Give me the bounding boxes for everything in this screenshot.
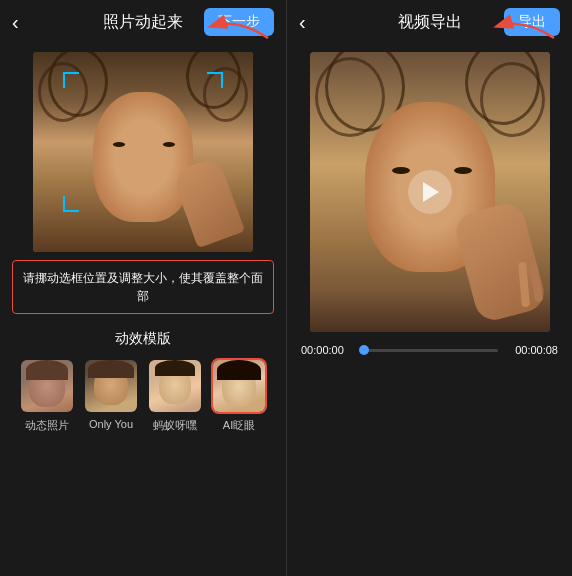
right-panel: ‹ 视频导出 导出 — [286, 0, 572, 576]
template-item-aiblink[interactable]: AI眨眼 — [211, 358, 267, 433]
corner-top-right — [207, 72, 223, 88]
template-section-title: 动效模版 — [8, 330, 278, 348]
template-list: 动态照片 Only You 蚂蚁呀嘿 — [8, 358, 278, 433]
template-label-mayi: 蚂蚁呀嘿 — [153, 418, 197, 433]
template-thumb-onlyyou — [83, 358, 139, 414]
instruction-box: 请挪动选框位置及调整大小，使其覆盖整个面部 — [12, 260, 274, 314]
face-selection-box — [63, 72, 223, 212]
time-end: 00:00:08 — [506, 344, 558, 356]
export-button[interactable]: 导出 — [504, 8, 560, 36]
right-title: 视频导出 — [398, 12, 462, 33]
next-step-button[interactable]: 下一步 — [204, 8, 274, 36]
left-header: ‹ 照片动起来 下一步 — [0, 0, 286, 44]
template-thumb-mayi — [147, 358, 203, 414]
template-label-aiblink: AI眨眼 — [223, 418, 255, 433]
right-back-button[interactable]: ‹ — [299, 11, 306, 34]
left-title: 照片动起来 — [103, 12, 183, 33]
left-panel: ‹ 照片动起来 下一步 — [0, 0, 286, 576]
template-thumb-dynamic — [19, 358, 75, 414]
progress-bar[interactable] — [361, 349, 498, 352]
template-thumb-aiblink — [211, 358, 267, 414]
right-header: ‹ 视频导出 导出 — [287, 0, 572, 44]
template-label-onlyyou: Only You — [89, 418, 133, 430]
template-section: 动效模版 动态照片 Only You — [0, 330, 286, 433]
time-start: 00:00:00 — [301, 344, 353, 356]
video-player[interactable] — [310, 52, 550, 332]
play-icon — [423, 182, 439, 202]
photo-background — [33, 52, 253, 252]
progress-handle[interactable] — [359, 345, 369, 355]
corner-top-left — [63, 72, 79, 88]
photo-area — [33, 52, 253, 252]
template-item-mayi[interactable]: 蚂蚁呀嘿 — [147, 358, 203, 433]
template-item-dynamic[interactable]: 动态照片 — [19, 358, 75, 433]
video-timeline: 00:00:00 00:00:08 — [287, 332, 572, 356]
template-label-dynamic: 动态照片 — [25, 418, 69, 433]
template-item-onlyyou[interactable]: Only You — [83, 358, 139, 433]
corner-bottom-left — [63, 196, 79, 212]
play-button[interactable] — [408, 170, 452, 214]
instruction-text: 请挪动选框位置及调整大小，使其覆盖整个面部 — [23, 271, 263, 303]
left-back-button[interactable]: ‹ — [12, 11, 19, 34]
